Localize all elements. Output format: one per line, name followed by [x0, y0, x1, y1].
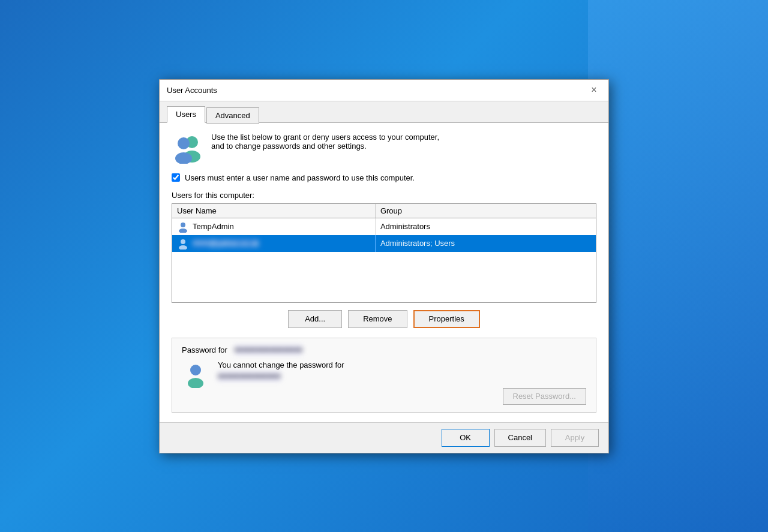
tab-bar: Users Advanced — [160, 101, 608, 123]
svg-point-7 — [179, 245, 187, 250]
password-title: Password for ••••••••••••••••••••••••• — [182, 345, 586, 354]
svg-point-5 — [179, 229, 187, 233]
username-cell: ••••••@yahoo.co.uk — [172, 235, 376, 252]
info-text: Use the list below to grant or deny user… — [211, 133, 439, 151]
table-row[interactable]: ••••••@yahoo.co.uk Administrators; Users — [172, 235, 596, 252]
svg-point-6 — [181, 239, 185, 244]
password-section: Password for ••••••••••••••••••••••••• Y… — [172, 338, 596, 413]
svg-point-4 — [181, 223, 185, 227]
svg-point-2 — [178, 137, 190, 149]
username-cell: TempAdmin — [172, 218, 376, 235]
password-user-icon — [182, 360, 209, 388]
remove-button[interactable]: Remove — [348, 310, 407, 328]
info-section: Use the list below to grant or deny user… — [172, 133, 596, 164]
tab-content: Use the list below to grant or deny user… — [160, 123, 608, 422]
add-button[interactable]: Add... — [288, 310, 342, 328]
password-content: You cannot change the password for •••••… — [218, 360, 586, 405]
user-row-icon — [177, 221, 189, 233]
user-table: User Name Group TempAdmin Administrators — [172, 203, 596, 303]
cancel-button[interactable]: Cancel — [494, 429, 546, 447]
svg-point-8 — [190, 365, 201, 375]
apply-button[interactable]: Apply — [551, 429, 599, 447]
must-enter-password-row: Users must enter a user name and passwor… — [172, 173, 596, 182]
tab-users[interactable]: Users — [167, 106, 205, 123]
user-row-icon — [177, 238, 189, 250]
group-cell: Administrators; Users — [376, 236, 596, 250]
col-header-username: User Name — [172, 204, 376, 218]
ok-button[interactable]: OK — [442, 429, 490, 447]
users-icon — [172, 133, 203, 164]
svg-point-9 — [188, 378, 203, 388]
action-buttons: Add... Remove Properties — [172, 310, 596, 328]
tab-advanced[interactable]: Advanced — [206, 107, 259, 124]
blurred-username: ••••••@yahoo.co.uk — [193, 239, 259, 248]
must-enter-password-checkbox[interactable] — [172, 173, 180, 182]
title-bar: User Accounts × — [160, 80, 608, 101]
table-row[interactable]: TempAdmin Administrators — [172, 218, 596, 235]
user-accounts-dialog: User Accounts × Users Advanced Use the l… — [159, 79, 609, 453]
dialog-title: User Accounts — [167, 86, 217, 95]
table-header: User Name Group — [172, 204, 596, 218]
col-header-group: Group — [376, 204, 596, 218]
password-inner: You cannot change the password for •••••… — [182, 360, 586, 405]
properties-button[interactable]: Properties — [413, 310, 480, 328]
password-user-blurred: ••••••••••••••••••••••••• — [235, 345, 303, 354]
cannot-change-text: You cannot change the password for — [218, 360, 586, 369]
reset-password-button: Reset Password... — [503, 388, 587, 405]
users-section-label: Users for this computer: — [172, 191, 596, 200]
group-cell: Administrators — [376, 220, 596, 233]
password-user-name-blurred: ••••••••••••••••••••••• — [218, 372, 586, 381]
close-button[interactable]: × — [587, 83, 601, 97]
must-enter-password-label: Users must enter a user name and passwor… — [185, 173, 415, 182]
table-body: TempAdmin Administrators ••••••@yahoo.co… — [172, 218, 596, 302]
dialog-footer: OK Cancel Apply — [160, 422, 608, 453]
